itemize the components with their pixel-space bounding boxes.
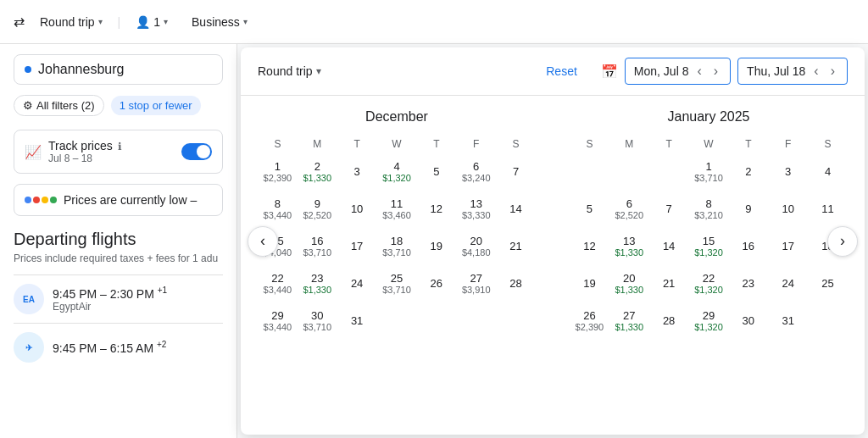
search-box[interactable] xyxy=(14,54,223,85)
cal-cell-1-4-5[interactable]: 31 xyxy=(768,302,808,340)
cal-price-0-3-1: $1,330 xyxy=(303,285,331,296)
cal-cell-1-1-1[interactable]: 6$2,520 xyxy=(609,191,649,228)
cal-cell-0-4-0[interactable]: 29$3,440 xyxy=(258,302,298,340)
cal-cell-0-3-4[interactable]: 26 xyxy=(416,265,456,302)
cal-cell-1-1-6[interactable]: 11 xyxy=(808,191,848,228)
cal-cell-1-3-1[interactable]: 20$1,330 xyxy=(609,265,649,302)
cal-cell-0-2-2[interactable]: 17 xyxy=(337,228,377,265)
cal-day-num-1-1-3: 8 xyxy=(705,197,711,211)
cal-cell-0-3-1[interactable]: 23$1,330 xyxy=(298,265,337,302)
cal-cell-0-1-0[interactable]: 8$3,440 xyxy=(258,191,298,228)
cal-cell-0-1-4[interactable]: 12 xyxy=(416,191,456,228)
cal-cell-0-2-3[interactable]: 18$3,710 xyxy=(377,228,417,265)
track-prices-toggle[interactable] xyxy=(181,143,212,160)
cal-cell-0-1-6[interactable]: 14 xyxy=(496,191,536,228)
date-from-pill[interactable]: Mon, Jul 8 ‹ › xyxy=(625,58,731,85)
cal-cell-1-2-1[interactable]: 13$1,330 xyxy=(609,228,649,265)
passengers-button[interactable]: 👤 1 ▾ xyxy=(127,10,176,34)
cal-cell-0-1-2[interactable]: 10 xyxy=(337,191,377,228)
cal-cell-0-3-6[interactable]: 28 xyxy=(496,265,536,302)
cal-cell-0-4-3 xyxy=(377,302,417,340)
cal-cell-1-1-2[interactable]: 7 xyxy=(649,191,689,228)
cal-cell-1-2-4[interactable]: 16 xyxy=(728,228,768,265)
round-trip-button[interactable]: Round trip ▾ xyxy=(31,10,111,34)
cal-day-num-0-4-2: 31 xyxy=(351,314,363,328)
cal-cell-1-0-4[interactable]: 2 xyxy=(728,153,768,191)
cal-cell-1-2-0[interactable]: 12 xyxy=(570,228,609,265)
cal-cell-0-0-5[interactable]: 6$3,240 xyxy=(456,153,496,191)
stop-filter-button[interactable]: 1 stop or fewer xyxy=(111,96,201,115)
date-to-next[interactable]: › xyxy=(827,62,838,80)
cal-cell-0-2-6[interactable]: 21 xyxy=(496,228,536,265)
cal-cell-1-0-6[interactable]: 4 xyxy=(808,153,848,191)
cal-cell-0-1-1[interactable]: 9$2,520 xyxy=(298,191,337,228)
cal-cell-0-3-0[interactable]: 22$3,440 xyxy=(258,265,298,302)
cal-cell-0-0-1[interactable]: 2$1,330 xyxy=(298,153,337,191)
trip-type-selector[interactable]: Round trip ▾ xyxy=(258,64,321,78)
flight-row-1[interactable]: EA 9:45 PM – 2:30 PM +1 EgyptAir xyxy=(14,274,223,323)
day-header-1-1: M xyxy=(609,135,649,153)
cal-cell-0-3-3[interactable]: 25$3,710 xyxy=(377,265,417,302)
google-dots-icon xyxy=(25,197,57,203)
date-to-prev[interactable]: ‹ xyxy=(810,62,821,80)
day-header-0-4: T xyxy=(416,135,456,153)
cal-cell-0-4-1[interactable]: 30$3,710 xyxy=(298,302,337,340)
cal-cell-1-2-3[interactable]: 15$1,320 xyxy=(689,228,729,265)
flight-row-2[interactable]: ✈ 9:45 PM – 6:15 AM +2 xyxy=(14,323,223,371)
next-month-button[interactable]: › xyxy=(827,226,858,257)
cal-cell-0-1-5[interactable]: 13$3,330 xyxy=(456,191,496,228)
date-to-label: Thu, Jul 18 xyxy=(747,64,805,78)
cal-cell-1-3-5[interactable]: 24 xyxy=(768,265,808,302)
cal-cell-1-4-4[interactable]: 30 xyxy=(728,302,768,340)
cal-cell-1-0-1 xyxy=(609,153,649,191)
cal-day-num-0-1-5: 13 xyxy=(470,197,481,211)
cal-cell-1-4-1[interactable]: 27$1,330 xyxy=(609,302,649,340)
cal-cell-1-2-5[interactable]: 17 xyxy=(768,228,808,265)
cal-cell-0-0-2[interactable]: 3 xyxy=(337,153,377,191)
cal-day-num-1-0-3: 1 xyxy=(705,160,711,174)
cal-cell-1-3-3[interactable]: 22$1,320 xyxy=(689,265,729,302)
cal-cell-1-0-3[interactable]: 1$3,710 xyxy=(689,153,729,191)
cal-cell-1-4-2[interactable]: 28 xyxy=(649,302,689,340)
prev-month-button[interactable]: ‹ xyxy=(248,226,278,257)
cal-cell-1-1-0[interactable]: 5 xyxy=(570,191,609,228)
cal-cell-0-4-2[interactable]: 31 xyxy=(337,302,377,340)
cal-day-num-0-1-2: 10 xyxy=(351,202,363,216)
cal-cell-1-3-2[interactable]: 21 xyxy=(649,265,689,302)
date-from-next[interactable]: › xyxy=(710,62,721,80)
cal-cell-0-0-3[interactable]: 4$1,320 xyxy=(377,153,417,191)
date-to-pill[interactable]: Thu, Jul 18 ‹ › xyxy=(737,58,848,85)
date-from-prev[interactable]: ‹ xyxy=(693,62,704,80)
cal-cell-0-3-2[interactable]: 24 xyxy=(337,265,377,302)
cal-cell-1-1-3[interactable]: 8$3,210 xyxy=(689,191,729,228)
cal-cell-1-4-0[interactable]: 26$2,390 xyxy=(570,302,609,340)
top-bar: ⇄ Round trip ▾ | 👤 1 ▾ Business ▾ xyxy=(0,0,868,44)
cal-cell-0-2-4[interactable]: 19 xyxy=(416,228,456,265)
cal-cell-0-2-5[interactable]: 20$4,180 xyxy=(456,228,496,265)
cal-day-num-1-2-2: 14 xyxy=(663,240,675,253)
cal-price-1-2-3: $1,320 xyxy=(694,247,723,258)
cal-cell-1-1-4[interactable]: 9 xyxy=(728,191,768,228)
cal-price-1-4-3: $1,320 xyxy=(694,322,723,333)
cal-day-num-0-1-6: 14 xyxy=(509,202,521,216)
cal-cell-0-1-3[interactable]: 11$3,460 xyxy=(377,191,417,228)
cal-day-num-0-2-1: 16 xyxy=(311,235,323,248)
day-header-0-5: F xyxy=(456,135,496,153)
cal-cell-0-0-4[interactable]: 5 xyxy=(416,153,456,191)
cal-cell-1-0-5[interactable]: 3 xyxy=(768,153,808,191)
search-input[interactable] xyxy=(38,62,212,77)
all-filters-button[interactable]: ⚙ All filters (2) xyxy=(14,95,104,116)
cal-cell-0-3-5[interactable]: 27$3,910 xyxy=(456,265,496,302)
reset-button[interactable]: Reset xyxy=(546,64,577,78)
cal-cell-0-0-6[interactable]: 7 xyxy=(496,153,536,191)
cal-cell-1-1-5[interactable]: 10 xyxy=(768,191,808,228)
cal-price-0-4-0: $3,440 xyxy=(264,322,292,333)
cal-cell-1-3-4[interactable]: 23 xyxy=(728,265,768,302)
cal-cell-1-2-2[interactable]: 14 xyxy=(649,228,689,265)
cal-cell-0-0-0[interactable]: 1$2,390 xyxy=(258,153,298,191)
cal-cell-1-3-0[interactable]: 19 xyxy=(570,265,609,302)
class-button[interactable]: Business ▾ xyxy=(183,10,256,34)
cal-cell-1-3-6[interactable]: 25 xyxy=(808,265,848,302)
cal-cell-0-2-1[interactable]: 16$3,710 xyxy=(298,228,337,265)
cal-cell-1-4-3[interactable]: 29$1,320 xyxy=(689,302,729,340)
